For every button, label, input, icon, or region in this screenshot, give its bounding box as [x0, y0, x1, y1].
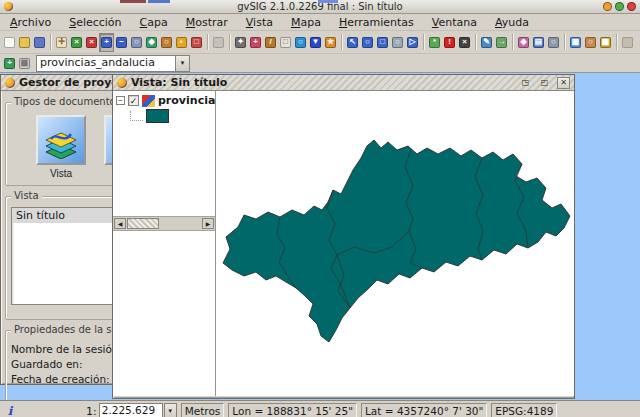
open-project-button[interactable] — [17, 33, 32, 52]
select-by-lasso-button[interactable]: ○ — [360, 33, 375, 52]
locator-setup-icon: ▦ — [19, 58, 30, 69]
latitude-indicator: Lat = 4357240° 7' 30" — [361, 403, 487, 417]
gazetteer-button[interactable]: ★ — [323, 33, 338, 52]
layer-info-button[interactable] — [211, 33, 226, 52]
save-project-button[interactable] — [32, 33, 47, 52]
screen-artifact — [318, 0, 338, 3]
measure-distance-button[interactable]: / — [263, 33, 278, 52]
error-console-button[interactable]: ! — [442, 33, 457, 52]
toolbar-separator — [616, 34, 617, 50]
view-window-title-bar[interactable]: Vista: Sin título ◳ ◰ ✕ — [113, 75, 574, 91]
measure-distance-icon: / — [265, 37, 276, 48]
zoom-document-button[interactable]: ○ — [546, 33, 561, 52]
zoom-out-button[interactable]: − — [114, 33, 129, 52]
pan-button[interactable]: ✛ — [54, 33, 69, 52]
scale-control: 1: 2.225.629 ▼ — [86, 403, 177, 417]
close-button[interactable] — [627, 2, 636, 11]
centre-view-icon: ✦ — [235, 37, 246, 48]
pan-selection-button[interactable]: ▪ — [174, 33, 189, 52]
globe-icon: ○ — [295, 37, 306, 48]
zoom-in-button[interactable]: + — [99, 33, 114, 52]
vista-layers-art — [42, 121, 80, 159]
menu-item-herramientas[interactable]: Herramientas — [337, 15, 416, 30]
toolbar-separator — [564, 34, 565, 50]
menu-item-ventana[interactable]: Ventana — [430, 15, 479, 30]
filter-icon: ▼ — [310, 37, 321, 48]
toc-horizontal-scrollbar[interactable]: ◀ ▶ — [113, 216, 215, 231]
title-bar: gvSIG 2.1.0.2269 final : Sin título — [0, 0, 640, 14]
layer-tree-node[interactable]: − ✓ provincias_andalucia — [113, 93, 215, 108]
layer-combo[interactable]: provincias_andalucia ▼ — [36, 55, 190, 72]
attribute-table-button[interactable]: ▦ — [598, 33, 613, 52]
add-layer-button[interactable]: + — [2, 54, 17, 73]
zoom-back-button[interactable]: × — [84, 33, 99, 52]
menu-item-vista[interactable]: Vista — [244, 15, 275, 30]
tools-button[interactable]: × — [457, 33, 472, 52]
gvsig-window-icon — [5, 78, 15, 88]
clipboard-button[interactable] — [620, 33, 635, 52]
view-group-label: Vista — [11, 190, 42, 201]
epsg-indicator[interactable]: EPSG:4189 — [491, 403, 557, 417]
add-event-layer-button[interactable]: + — [248, 33, 263, 52]
zoom-back-icon: × — [86, 37, 97, 48]
select-by-point-button[interactable]: ↖ — [345, 33, 360, 52]
scale-dropdown-button[interactable]: ▼ — [164, 403, 177, 417]
globe-button[interactable]: ○ — [293, 33, 308, 52]
map-canvas[interactable] — [216, 91, 574, 396]
zoom-previous-button[interactable]: ○ — [129, 33, 144, 52]
view-close-button[interactable]: ✕ — [557, 77, 570, 89]
layer-combo-dropdown-button[interactable]: ▼ — [175, 56, 189, 71]
view-window-body: − ✓ provincias_andalucia ◀ — [113, 91, 574, 396]
view-minimize-button[interactable]: ◳ — [519, 77, 532, 89]
document-type-vista-button[interactable]: Vista — [33, 115, 89, 179]
zoom-manager-icon: □ — [191, 37, 202, 48]
menu-item-capa[interactable]: Capa — [138, 15, 170, 30]
menu-item-ayuda[interactable]: Ayuda — [493, 15, 531, 30]
centre-view-button[interactable]: ✦ — [233, 33, 248, 52]
new-document-button[interactable] — [2, 33, 17, 52]
document-preview-button[interactable]: ▤ — [531, 33, 546, 52]
zoom-extents-button[interactable]: × — [69, 33, 84, 52]
add-event-layer-icon: + — [250, 37, 261, 48]
menu-item-seleccion[interactable]: Selección — [67, 15, 123, 30]
measure-area-button[interactable]: □ — [278, 33, 293, 52]
tree-collapse-icon[interactable]: − — [116, 96, 125, 105]
zoom-selection-button[interactable]: ○ — [159, 33, 174, 52]
layer-tree: − ✓ provincias_andalucia — [113, 91, 215, 216]
symbology-button[interactable]: ◆ — [516, 33, 531, 52]
maximize-button[interactable] — [615, 2, 624, 11]
layer-legend-row[interactable] — [113, 108, 215, 123]
search-button[interactable]: ○ — [583, 33, 598, 52]
select-by-polygon-button[interactable]: ▷ — [405, 33, 420, 52]
scroll-left-icon[interactable]: ◀ — [114, 218, 126, 229]
menu-item-mapa[interactable]: Mapa — [289, 15, 323, 30]
geoprocessing-button[interactable]: * — [427, 33, 442, 52]
screen-artifact — [120, 0, 146, 3]
toolbar-separator — [512, 34, 513, 50]
scrollbar-thumb[interactable] — [127, 218, 159, 229]
edit-layer-icon: ✎ — [481, 37, 492, 48]
select-by-circle-button[interactable]: ○ — [390, 33, 405, 52]
layer-name: provincias_andalucia — [158, 94, 215, 107]
zoom-layer-button[interactable]: ◆ — [144, 33, 159, 52]
gvsig-logo-icon — [4, 2, 13, 11]
edit-layer-button[interactable]: ✎ — [479, 33, 494, 52]
toc-lower-pane — [113, 231, 215, 396]
vector-layer-icon — [142, 95, 155, 107]
layer-visibility-checkbox[interactable]: ✓ — [128, 95, 139, 106]
export-document-button[interactable]: → — [494, 33, 509, 52]
menu-item-archivo[interactable]: Archivo — [8, 15, 53, 30]
minimize-button[interactable] — [603, 2, 612, 11]
layer-combo-value: provincias_andalucia — [37, 56, 175, 71]
scroll-right-icon[interactable]: ▶ — [202, 218, 214, 229]
vista-layers-icon — [36, 115, 86, 165]
view-maximize-button[interactable]: ◰ — [538, 77, 551, 89]
property-label: Guardado en: — [11, 358, 121, 370]
locator-setup-button[interactable]: ▦ — [17, 54, 32, 73]
scale-input[interactable]: 2.225.629 — [99, 403, 163, 417]
menu-item-mostrar[interactable]: Mostrar — [184, 15, 230, 30]
filter-button[interactable]: ▼ — [308, 33, 323, 52]
zoom-manager-button[interactable]: □ — [189, 33, 204, 52]
show-table-button[interactable]: ▦ — [568, 33, 583, 52]
select-by-rect-button[interactable]: □ — [375, 33, 390, 52]
